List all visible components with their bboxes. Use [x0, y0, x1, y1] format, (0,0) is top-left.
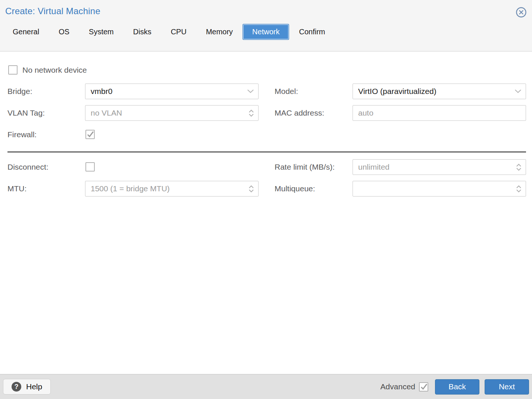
advanced-section-divider: [7, 151, 526, 153]
bridge-combobox[interactable]: vmbr0: [85, 84, 259, 99]
rate-limit-spinner[interactable]: unlimited: [353, 159, 526, 175]
tab-confirm[interactable]: Confirm: [289, 24, 335, 40]
tab-cpu[interactable]: CPU: [161, 24, 196, 40]
network-tab-panel: No network device Bridge: vmbr0 Model: V…: [0, 52, 532, 374]
tab-os[interactable]: OS: [49, 24, 79, 40]
tab-general[interactable]: General: [3, 24, 49, 40]
chevron-down-icon[interactable]: [512, 89, 521, 93]
vlan-tag-label: VLAN Tag:: [7, 105, 45, 121]
disconnect-label: Disconnect:: [7, 159, 48, 175]
firewall-label: Firewall:: [7, 127, 37, 142]
spinner-up-down-icon[interactable]: [246, 110, 254, 117]
spinner-up-down-icon[interactable]: [246, 185, 254, 192]
mac-address-label: MAC address:: [275, 105, 324, 121]
rate-limit-placeholder: unlimited: [358, 163, 513, 172]
advanced-label: Advanced: [381, 382, 415, 391]
rate-limit-label: Rate limit (MB/s):: [275, 159, 335, 175]
dialog-footer: ? Help Advanced Back Next: [0, 374, 532, 399]
chevron-down-icon[interactable]: [244, 89, 254, 93]
help-button-label: Help: [26, 382, 42, 391]
advanced-toggle: Advanced: [381, 382, 428, 392]
multiqueue-label: Multiqueue:: [275, 181, 315, 197]
mtu-label: MTU:: [7, 181, 26, 197]
back-button[interactable]: Back: [435, 379, 479, 395]
model-combobox[interactable]: VirtIO (paravirtualized): [353, 84, 526, 99]
spinner-up-down-icon[interactable]: [513, 185, 521, 192]
vlan-tag-spinner[interactable]: no VLAN: [85, 105, 259, 121]
help-button[interactable]: ? Help: [3, 379, 51, 395]
model-value: VirtIO (paravirtualized): [358, 87, 512, 96]
tab-memory[interactable]: Memory: [196, 24, 242, 40]
mtu-placeholder: 1500 (1 = bridge MTU): [91, 184, 246, 193]
disconnect-checkbox[interactable]: [85, 162, 95, 172]
dialog-header: Create: Virtual Machine General OS Syste…: [0, 0, 532, 51]
bridge-label: Bridge:: [7, 84, 32, 99]
spinner-up-down-icon[interactable]: [513, 164, 521, 171]
mac-address-input[interactable]: auto: [353, 105, 526, 121]
tab-network[interactable]: Network: [242, 24, 289, 40]
mac-address-placeholder: auto: [358, 109, 521, 117]
bridge-value: vmbr0: [91, 87, 244, 96]
question-mark-icon: ?: [12, 382, 21, 392]
no-network-device-row: No network device: [8, 65, 87, 75]
wizard-tabs: General OS System Disks CPU Memory Netwo…: [3, 24, 532, 40]
advanced-checkbox[interactable]: [419, 382, 428, 392]
tab-disks[interactable]: Disks: [123, 24, 161, 40]
vlan-tag-placeholder: no VLAN: [91, 109, 246, 117]
no-network-device-checkbox[interactable]: [8, 65, 18, 75]
no-network-device-label: No network device: [22, 66, 87, 75]
mtu-spinner[interactable]: 1500 (1 = bridge MTU): [85, 181, 259, 197]
close-icon[interactable]: [516, 7, 527, 18]
tab-system[interactable]: System: [79, 24, 123, 40]
next-button[interactable]: Next: [485, 379, 529, 395]
dialog-title: Create: Virtual Machine: [5, 6, 100, 16]
firewall-checkbox[interactable]: [85, 130, 95, 139]
model-label: Model:: [275, 84, 298, 99]
multiqueue-spinner[interactable]: [353, 181, 526, 197]
